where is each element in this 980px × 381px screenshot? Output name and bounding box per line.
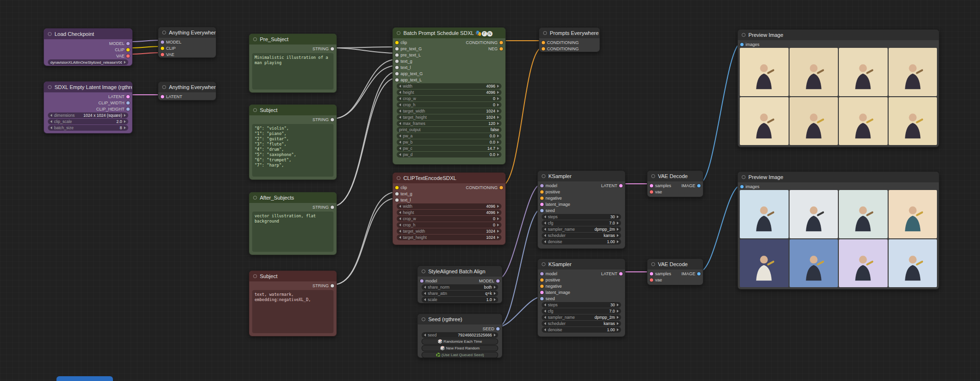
pw-d-widget[interactable]: pw_d0.0 <box>397 152 501 157</box>
node-negative-subject[interactable]: Subject STRING text, watermark, embeddin… <box>249 270 337 336</box>
decrement-arrow-icon[interactable] <box>399 205 401 208</box>
crop-w-widget[interactable]: crop_w0 <box>397 216 501 222</box>
decrement-arrow-icon[interactable] <box>399 116 401 119</box>
node-titlebar[interactable]: VAE Decode <box>647 171 703 181</box>
ckpt-name-combo[interactable]: dynavisionXLAllInOneStylized_releaseV061… <box>48 59 128 65</box>
input-slot-latent-image[interactable] <box>540 202 544 206</box>
output-slot-conditioning[interactable] <box>500 186 503 189</box>
decrement-arrow-icon[interactable] <box>50 114 52 117</box>
target-width-widget[interactable]: target_width1024 <box>397 228 501 234</box>
decrement-arrow-icon[interactable] <box>424 334 426 336</box>
crop-w-widget[interactable]: crop_w0 <box>397 96 501 101</box>
increment-arrow-icon[interactable] <box>617 215 619 218</box>
decrement-arrow-icon[interactable] <box>399 224 401 226</box>
node-anything-everywhere[interactable]: Anything Everywhere LATENT <box>158 81 216 101</box>
input-slot-clip[interactable] <box>395 186 399 189</box>
output-slot-clip-width[interactable] <box>126 101 130 104</box>
node-titlebar[interactable]: Seed (rgthree) <box>418 314 502 325</box>
increment-arrow-icon[interactable] <box>617 222 619 224</box>
node-titlebar[interactable]: SDXL Empty Latent Image (rgthree) <box>44 82 132 92</box>
decrement-arrow-icon[interactable] <box>50 120 52 123</box>
collapse-dot[interactable] <box>48 32 52 36</box>
decrement-arrow-icon[interactable] <box>399 103 401 106</box>
input-slot-text-l[interactable] <box>395 66 399 69</box>
collapse-dot[interactable] <box>253 37 257 41</box>
output-slot-string[interactable] <box>331 47 334 50</box>
output-slot-clip[interactable] <box>126 48 130 51</box>
new-fixed-random-button[interactable]: 🎲 New Fixed Random <box>422 345 498 351</box>
increment-arrow-icon[interactable] <box>617 322 619 325</box>
node-titlebar[interactable]: Subject <box>249 105 336 115</box>
output-slot-model[interactable] <box>126 42 130 45</box>
decrement-arrow-icon[interactable] <box>544 222 546 224</box>
increment-arrow-icon[interactable] <box>497 205 499 208</box>
combo-arrow-icon[interactable] <box>124 61 126 64</box>
input-slot-model[interactable] <box>420 279 423 282</box>
output-slot-string[interactable] <box>331 118 334 121</box>
output-slot-model[interactable] <box>496 279 500 282</box>
node-subject[interactable]: Subject STRING "0": "violin", "1": "pian… <box>249 104 337 180</box>
input-slot-pre-text-g[interactable] <box>395 47 399 50</box>
width-widget[interactable]: width4096 <box>397 83 501 89</box>
input-slot-clip[interactable] <box>161 46 164 50</box>
decrement-arrow-icon[interactable] <box>544 322 546 325</box>
decrement-arrow-icon[interactable] <box>399 97 401 100</box>
decrement-arrow-icon[interactable] <box>399 236 401 239</box>
increment-arrow-icon[interactable] <box>497 230 499 233</box>
pw-c-widget[interactable]: pw_c14.7 <box>397 146 501 151</box>
decrement-arrow-icon[interactable] <box>50 126 52 129</box>
menu-bar-fragment[interactable] <box>56 376 113 381</box>
node-preview-image-top[interactable]: Preview Image images <box>737 29 939 147</box>
decrement-arrow-icon[interactable] <box>544 234 546 237</box>
collapse-dot[interactable] <box>542 174 546 178</box>
node-ksampler-bottom[interactable]: KSampler model LATENT positive negative … <box>537 258 625 337</box>
increment-arrow-icon[interactable] <box>617 328 619 331</box>
target-height-widget[interactable]: target_height1024 <box>397 235 501 240</box>
decrement-arrow-icon[interactable] <box>399 122 401 125</box>
increment-arrow-icon[interactable] <box>497 224 499 226</box>
denoise-widget[interactable]: denoise1.00 <box>542 327 621 333</box>
target-height-widget[interactable]: target_height1024 <box>397 114 501 120</box>
node-titlebar[interactable]: KSampler <box>538 171 625 181</box>
share-norm-widget[interactable]: share_normboth <box>422 284 498 290</box>
height-widget[interactable]: height4096 <box>397 90 501 95</box>
decrement-arrow-icon[interactable] <box>544 316 546 319</box>
increment-arrow-icon[interactable] <box>494 334 496 336</box>
node-seed[interactable]: Seed (rgthree) SEED seed792466021525666 … <box>417 314 502 358</box>
node-ksampler-top[interactable]: KSampler model LATENT positive negative … <box>537 170 625 249</box>
output-slot-latent[interactable] <box>619 184 623 187</box>
increment-arrow-icon[interactable] <box>497 110 499 112</box>
decrement-arrow-icon[interactable] <box>424 298 426 301</box>
input-slot-text-l[interactable] <box>395 198 399 202</box>
share-attn-widget[interactable]: share_attnq+k <box>422 291 498 296</box>
increment-arrow-icon[interactable] <box>497 147 499 150</box>
decrement-arrow-icon[interactable] <box>399 217 401 220</box>
increment-arrow-icon[interactable] <box>617 228 619 231</box>
increment-arrow-icon[interactable] <box>497 134 499 137</box>
input-slot-samples[interactable] <box>650 272 653 275</box>
cfg-widget[interactable]: cfg7.0 <box>542 220 621 226</box>
decrement-arrow-icon[interactable] <box>399 147 401 150</box>
input-slot-negative-conditioning[interactable] <box>542 47 545 50</box>
output-slot-latent[interactable] <box>619 272 623 275</box>
node-titlebar[interactable]: Anything Everywhere3 <box>158 27 216 38</box>
node-titlebar[interactable]: KSampler <box>538 259 625 269</box>
prompt-textarea[interactable]: Minimalistic illustration of a man playi… <box>252 53 334 90</box>
input-slot-seed[interactable] <box>540 297 544 300</box>
input-slot-pre-text-l[interactable] <box>395 53 399 56</box>
node-preview-image-bottom[interactable]: Preview Image images <box>737 171 939 290</box>
sampler-name-widget[interactable]: sampler_namedpmpp_2m <box>542 314 621 320</box>
decrement-arrow-icon[interactable] <box>399 230 401 233</box>
node-pre-subject[interactable]: Pre_Subject STRING Minimalistic illustra… <box>249 34 337 93</box>
node-titlebar[interactable]: CLIPTextEncodeSDXL <box>393 173 505 183</box>
output-slot-string[interactable] <box>331 205 334 209</box>
increment-arrow-icon[interactable] <box>497 85 499 88</box>
collapse-dot[interactable] <box>742 175 746 179</box>
input-slot-app-text-l[interactable] <box>395 78 399 81</box>
collapse-dot[interactable] <box>543 31 547 35</box>
increment-arrow-icon[interactable] <box>497 91 499 94</box>
node-titlebar[interactable]: Batch Prompt Schedule SDXL 🎭🅕🅝 <box>393 28 505 38</box>
increment-arrow-icon[interactable] <box>124 114 126 117</box>
seed-widget[interactable]: seed792466021525666 <box>422 332 498 338</box>
node-vae-decode-bottom[interactable]: VAE Decode samples IMAGE vae <box>647 258 703 285</box>
